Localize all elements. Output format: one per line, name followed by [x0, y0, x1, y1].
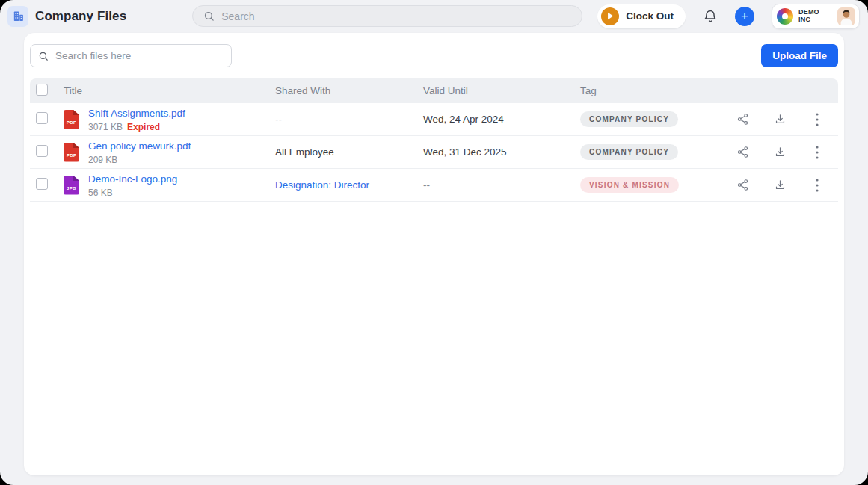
- file-search[interactable]: [30, 44, 232, 67]
- topbar-actions: Clock Out + DEMO INC: [597, 4, 860, 29]
- file-name-link[interactable]: Gen policy mewurk.pdf: [88, 140, 191, 152]
- download-icon[interactable]: [769, 109, 790, 130]
- files-toolbar: Upload File: [30, 44, 838, 78]
- file-name-link[interactable]: Shift Assignments.pdf: [88, 108, 185, 119]
- row-menu-kebab-icon[interactable]: [807, 109, 828, 130]
- file-type-icon: PDF: [64, 143, 79, 162]
- clock-out-button[interactable]: Clock Out: [597, 4, 686, 28]
- column-header-valid-until: Valid Until: [423, 85, 580, 96]
- file-size: 209 KB: [88, 155, 117, 165]
- row-menu-kebab-icon[interactable]: [807, 142, 828, 163]
- share-icon[interactable]: [732, 109, 753, 130]
- add-new-button[interactable]: +: [735, 7, 754, 26]
- tag-badge: VISION & MISSION: [580, 177, 679, 193]
- shared-with-value: --: [275, 114, 423, 125]
- user-avatar: [837, 7, 855, 25]
- column-header-tag: Tag: [580, 85, 732, 96]
- shared-with-value: All Employee: [275, 146, 423, 158]
- row-menu-kebab-icon[interactable]: [807, 175, 828, 196]
- shared-with-value: Designation: Director: [275, 179, 423, 191]
- valid-until-value: Wed, 31 Dec 2025: [423, 146, 580, 158]
- table-row: PDF Gen policy mewurk.pdf 209 KB All Emp…: [30, 136, 838, 169]
- clock-out-label: Clock Out: [626, 10, 674, 22]
- files-table: Title Shared With Valid Until Tag PDF Sh…: [30, 78, 838, 202]
- column-header-shared-with: Shared With: [275, 85, 423, 96]
- tag-badge: COMPANY POLICY: [580, 111, 678, 127]
- row-checkbox[interactable]: [36, 145, 48, 157]
- company-files-icon: [7, 6, 28, 27]
- file-name-link[interactable]: Demo-Inc-Logo.png: [88, 173, 177, 185]
- page-title: Company Files: [35, 9, 126, 24]
- table-row: JPG Demo-Inc-Logo.png 56 KB Designation:…: [30, 169, 838, 202]
- share-icon[interactable]: [732, 175, 753, 196]
- company-switcher[interactable]: DEMO INC: [772, 4, 860, 29]
- company-logo-icon: [777, 8, 793, 25]
- select-all-checkbox[interactable]: [36, 84, 48, 96]
- upload-file-button[interactable]: Upload File: [761, 44, 838, 67]
- company-name: DEMO INC: [798, 9, 819, 23]
- file-type-icon: JPG: [64, 176, 79, 195]
- search-icon: [38, 51, 49, 61]
- download-icon[interactable]: [769, 142, 790, 163]
- plus-icon: +: [741, 10, 748, 22]
- table-header: Title Shared With Valid Until Tag: [30, 78, 838, 103]
- global-search-input[interactable]: [221, 10, 571, 22]
- column-header-title: Title: [64, 85, 275, 96]
- share-icon[interactable]: [732, 142, 753, 163]
- file-status-badge: Expired: [127, 122, 160, 132]
- app-window: Company Files Clock Out: [0, 0, 868, 485]
- file-search-input[interactable]: [55, 50, 224, 61]
- file-size: 3071 KB: [88, 122, 123, 132]
- table-row: PDF Shift Assignments.pdf 3071 KB Expire…: [30, 103, 838, 136]
- table-body: PDF Shift Assignments.pdf 3071 KB Expire…: [30, 103, 838, 202]
- file-type-icon: PDF: [64, 110, 79, 129]
- global-search[interactable]: [192, 5, 582, 27]
- search-icon: [203, 10, 215, 22]
- notifications-bell-icon[interactable]: [703, 9, 718, 24]
- row-checkbox[interactable]: [36, 112, 48, 124]
- top-bar: Company Files Clock Out: [0, 0, 868, 32]
- valid-until-value: Wed, 24 Apr 2024: [423, 114, 580, 125]
- company-files-panel: Upload File Title Shared With Valid Unti…: [24, 33, 844, 475]
- file-size: 56 KB: [88, 188, 113, 198]
- row-checkbox[interactable]: [36, 178, 48, 190]
- play-icon: [601, 7, 619, 25]
- download-icon[interactable]: [769, 175, 790, 196]
- valid-until-value: --: [423, 179, 580, 191]
- tag-badge: COMPANY POLICY: [580, 144, 678, 160]
